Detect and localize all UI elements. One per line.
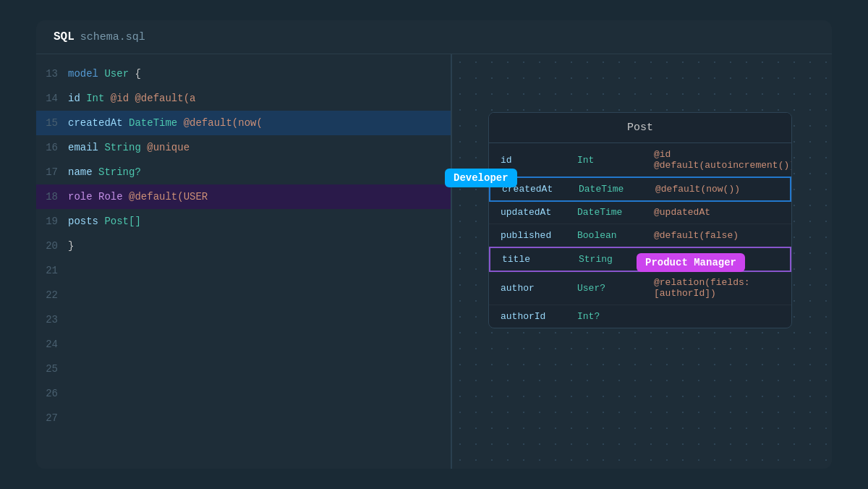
field-type: DateTime (579, 184, 644, 195)
code-line: 14 id Int @id @default(a (36, 86, 451, 111)
field-type: Int? (577, 311, 642, 322)
code-line: 17 name String? (36, 160, 451, 184)
field-type: User? (577, 283, 642, 294)
line-number: 22 (42, 289, 68, 301)
post-table-title: Post (489, 113, 791, 143)
field-type: DateTime (577, 207, 642, 218)
line-number: 19 (42, 216, 68, 227)
line-content: posts Post[] (68, 216, 141, 227)
field-decorator: @default(now()) (655, 184, 778, 195)
line-content: name String? (68, 166, 141, 178)
code-line: 20} (36, 234, 451, 258)
code-line: 21 (36, 258, 451, 283)
code-line: 22 (36, 283, 451, 307)
field-type: String (579, 254, 644, 265)
code-line: 13model User { (36, 61, 451, 86)
header-bar: SQL schema.sql (36, 20, 832, 54)
main-window: SQL schema.sql 13model User {14 id Int @… (36, 20, 832, 469)
line-number: 13 (42, 68, 68, 80)
line-number: 26 (42, 388, 68, 399)
field-decorator: @relation(fields:[authorId]) (654, 277, 780, 299)
table-row: publishedBoolean@default(false) (489, 224, 791, 247)
line-number: 17 (42, 166, 68, 178)
field-type: Boolean (577, 230, 642, 241)
field-decorator: @id @default(autoincrement()) (654, 149, 792, 171)
code-line: 23 (36, 307, 451, 332)
field-name: title (502, 254, 567, 265)
table-row: authorUser?@relation(fields:[authorId]) (489, 271, 791, 305)
post-table-card: Post idInt@id @default(autoincrement())c… (488, 112, 792, 328)
developer-tooltip: Developer (445, 169, 517, 187)
code-line: 26 (36, 381, 451, 406)
line-content: role Role @default(USER (68, 191, 208, 203)
field-decorator: @default(false) (654, 230, 780, 241)
line-content: createdAt DateTime @default(now( (68, 117, 263, 129)
content-area: 13model User {14 id Int @id @default(a15… (36, 54, 832, 469)
filename-label: schema.sql (80, 31, 145, 43)
line-number: 16 (42, 142, 68, 153)
line-number: 27 (42, 412, 68, 424)
field-name: authorId (501, 311, 566, 322)
line-number: 15 (42, 117, 68, 129)
table-row: createdAtDateTime@default(now()) (489, 177, 791, 202)
code-line: 18 role Role @default(USER (36, 184, 451, 209)
line-number: 14 (42, 93, 68, 104)
line-number: 23 (42, 314, 68, 326)
code-line: 24 (36, 332, 451, 357)
code-line: 25 (36, 357, 451, 381)
table-row: authorIdInt? (489, 305, 791, 328)
line-content: model User { (68, 68, 141, 80)
field-name: id (501, 155, 566, 166)
field-name: published (501, 230, 566, 241)
line-content: } (68, 240, 74, 252)
er-diagram-panel: 1 Developer Post idInt@id @default(autoi… (452, 54, 832, 469)
line-content: email String @unique (68, 142, 190, 153)
line-number: 25 (42, 363, 68, 375)
field-type: Int (577, 155, 642, 166)
code-line: 16 email String @unique (36, 135, 451, 160)
line-content: id Int @id @default(a (68, 93, 195, 104)
product-manager-tooltip: Product Manager (637, 253, 745, 272)
table-row: updatedAtDateTime@updatedAt (489, 201, 791, 224)
table-row: idInt@id @default(autoincrement()) (489, 143, 791, 177)
line-number: 18 (42, 191, 68, 203)
line-number: 21 (42, 265, 68, 276)
field-name: updatedAt (501, 207, 566, 218)
line-number: 24 (42, 339, 68, 350)
code-line: 19 posts Post[] (36, 209, 451, 234)
field-decorator: @updatedAt (654, 207, 780, 218)
code-editor: 13model User {14 id Int @id @default(a15… (36, 54, 452, 469)
line-number: 20 (42, 240, 68, 252)
sql-label: SQL (54, 30, 75, 43)
field-name: author (501, 283, 566, 294)
code-line: 15 createdAt DateTime @default(now( (36, 111, 451, 135)
code-line: 27 (36, 406, 451, 430)
